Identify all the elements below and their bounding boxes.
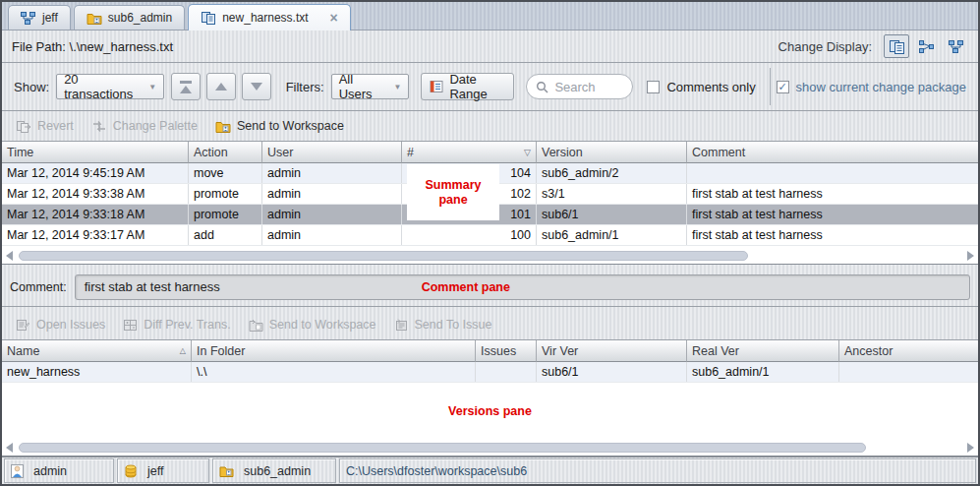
- comment-pane-annotation: Comment pane: [422, 279, 510, 294]
- scroll-left-icon[interactable]: [6, 443, 13, 453]
- cell-comment: first stab at test harness: [687, 205, 978, 224]
- change-palette-label: Change Palette: [113, 119, 198, 133]
- tab-jeff[interactable]: jeff: [8, 5, 71, 30]
- go-down-button[interactable]: [242, 73, 271, 100]
- cell-name: new_harness: [2, 362, 192, 382]
- col-number-label: #: [407, 146, 414, 159]
- scroll-right-icon[interactable]: [967, 251, 974, 261]
- col-action[interactable]: Action: [189, 142, 262, 163]
- diff-icon: [123, 319, 138, 332]
- tab-label: new_harness.txt: [222, 11, 308, 25]
- cell-user: admin: [262, 184, 402, 204]
- tab-new-harness[interactable]: new_harness.txt ×: [188, 4, 351, 30]
- col-ancestor[interactable]: Ancestor: [839, 340, 978, 362]
- cell-time: Mar 12, 2014 9:33:17 AM: [2, 225, 189, 245]
- search-input[interactable]: [554, 80, 623, 94]
- change-package-label: show current change package: [796, 80, 966, 94]
- table-row[interactable]: Mar 12, 2014 9:33:17 AM add admin 100 su…: [2, 225, 978, 246]
- cell-comment: first stab at test harness: [687, 184, 978, 204]
- go-up-button[interactable]: [206, 73, 236, 100]
- tab-sub6-admin[interactable]: sub6_admin: [74, 5, 185, 30]
- status-user-label: admin: [33, 464, 67, 478]
- comment-pane: Comment: first stab at test harness Comm…: [2, 268, 978, 307]
- show-transactions-select[interactable]: 20 transactions ▼: [56, 74, 164, 99]
- open-issues-button[interactable]: Open Issues: [16, 318, 105, 332]
- cell-version: sub6_admin/1: [537, 225, 687, 245]
- go-to-top-button[interactable]: [171, 73, 201, 100]
- revert-button[interactable]: Revert: [16, 119, 74, 133]
- search-box[interactable]: [526, 74, 633, 99]
- workspace-icon: [86, 12, 102, 25]
- send-to-workspace-button-disabled[interactable]: Send to Workspace: [249, 318, 376, 332]
- status-user[interactable]: admin: [4, 458, 114, 483]
- checkbox-checked-icon: ✓: [777, 81, 789, 93]
- cell-action: move: [189, 163, 262, 183]
- status-depot[interactable]: jeff: [117, 458, 209, 483]
- date-range-label: Date Range: [449, 72, 505, 101]
- cell-comment: first stab at test harness: [687, 225, 978, 245]
- col-issues[interactable]: Issues: [476, 340, 537, 362]
- col-real-ver[interactable]: Real Ver: [687, 340, 839, 362]
- col-vir-ver[interactable]: Vir Ver: [537, 340, 687, 362]
- depot-icon: [124, 464, 138, 478]
- col-number[interactable]: # ▽: [402, 142, 537, 163]
- table-row[interactable]: new_harness \.\ sub6/1 sub6_admin/1: [2, 362, 978, 383]
- send-to-workspace-icon: [215, 120, 231, 133]
- status-depot-label: jeff: [147, 464, 163, 478]
- history-icon: [201, 11, 216, 25]
- col-user[interactable]: User: [262, 142, 402, 163]
- summary-pane-annotation: Summary pane: [407, 164, 499, 220]
- stream-browser-icon: [21, 12, 36, 25]
- cell-action: promote: [189, 184, 262, 204]
- send-to-workspace-button[interactable]: Send to Workspace: [215, 119, 344, 133]
- cell-ancestor: [839, 362, 978, 382]
- col-name-label: Name: [7, 344, 39, 358]
- send-to-issue-button[interactable]: Send To Issue: [394, 318, 492, 332]
- close-icon[interactable]: ×: [330, 11, 338, 25]
- filters-select[interactable]: All Users ▼: [331, 74, 410, 99]
- sort-desc-icon: ▽: [524, 148, 531, 157]
- open-issues-label: Open Issues: [36, 318, 105, 332]
- versions-empty-area: Versions pane: [2, 383, 978, 440]
- diff-prev-trans-button[interactable]: Diff Prev. Trans.: [123, 318, 230, 332]
- change-display-tree-icon[interactable]: [943, 34, 968, 58]
- filters-label: Filters:: [286, 80, 324, 94]
- col-name[interactable]: Name △: [2, 340, 192, 362]
- change-display-graph-icon[interactable]: [913, 34, 939, 58]
- status-workspace[interactable]: sub6_admin: [212, 458, 336, 483]
- comment-field[interactable]: first stab at test harness Comment pane: [75, 274, 970, 300]
- main-toolbar: Show: 20 transactions ▼ Filters: All Use…: [2, 63, 978, 111]
- change-package-checkbox[interactable]: ✓ show current change package: [777, 80, 966, 94]
- scrollbar-thumb[interactable]: [19, 443, 866, 453]
- versions-horizontal-scrollbar[interactable]: [2, 440, 978, 456]
- col-time[interactable]: Time: [2, 142, 189, 163]
- summary-rows: Mar 12, 2014 9:45:19 AM move admin 104 s…: [2, 163, 978, 248]
- send-to-issue-label: Send To Issue: [415, 318, 492, 332]
- summary-horizontal-scrollbar[interactable]: [2, 248, 978, 264]
- chevron-down-icon: ▼: [383, 83, 401, 91]
- col-in-folder[interactable]: In Folder: [192, 340, 476, 362]
- col-comment[interactable]: Comment: [687, 142, 978, 163]
- change-palette-button[interactable]: Change Palette: [91, 119, 198, 133]
- filters-value: All Users: [339, 72, 378, 101]
- scrollbar-thumb[interactable]: [19, 251, 748, 261]
- sort-asc-icon: △: [180, 346, 186, 355]
- change-display-table-icon[interactable]: [884, 34, 909, 58]
- tab-label: sub6_admin: [108, 11, 172, 25]
- arrow-up-icon: [215, 83, 227, 91]
- date-range-button[interactable]: Date Range: [421, 73, 514, 100]
- scroll-right-icon[interactable]: [967, 443, 974, 453]
- status-workspace-label: sub6_admin: [244, 464, 311, 478]
- cell-time: Mar 12, 2014 9:45:19 AM: [2, 163, 189, 183]
- comments-only-label: Comments only: [666, 80, 755, 94]
- change-display-label: Change Display:: [778, 39, 872, 54]
- comment-value: first stab at test harness: [85, 279, 220, 294]
- cell-number: 100: [402, 225, 537, 245]
- accurev-window: jeff sub6_admin new_harness.txt × File P…: [0, 0, 980, 486]
- scroll-left-icon[interactable]: [6, 251, 13, 261]
- col-version[interactable]: Version: [537, 142, 687, 163]
- comments-only-checkbox[interactable]: Comments only: [647, 80, 755, 94]
- tab-label: jeff: [42, 11, 58, 25]
- cell-user: admin: [262, 205, 402, 224]
- user-icon: [11, 464, 24, 478]
